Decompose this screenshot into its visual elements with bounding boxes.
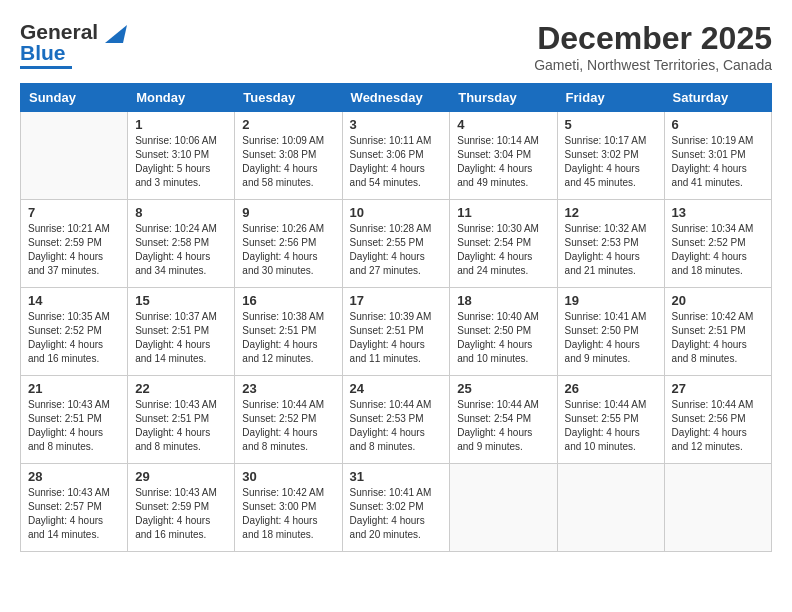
location-subtitle: Gameti, Northwest Territories, Canada: [534, 57, 772, 73]
day-number: 10: [350, 205, 443, 220]
weekday-header-sunday: Sunday: [21, 84, 128, 112]
day-number: 4: [457, 117, 549, 132]
weekday-header-tuesday: Tuesday: [235, 84, 342, 112]
day-number: 14: [28, 293, 120, 308]
cell-daylight-info: Sunrise: 10:28 AM Sunset: 2:55 PM Daylig…: [350, 222, 443, 278]
cell-daylight-info: Sunrise: 10:44 AM Sunset: 2:56 PM Daylig…: [672, 398, 764, 454]
cell-daylight-info: Sunrise: 10:06 AM Sunset: 3:10 PM Daylig…: [135, 134, 227, 190]
day-number: 30: [242, 469, 334, 484]
day-number: 26: [565, 381, 657, 396]
cell-daylight-info: Sunrise: 10:37 AM Sunset: 2:51 PM Daylig…: [135, 310, 227, 366]
calendar-cell: 4Sunrise: 10:14 AM Sunset: 3:04 PM Dayli…: [450, 112, 557, 200]
day-number: 21: [28, 381, 120, 396]
month-title: December 2025: [534, 20, 772, 57]
cell-daylight-info: Sunrise: 10:41 AM Sunset: 3:02 PM Daylig…: [350, 486, 443, 542]
calendar-week-1: 1Sunrise: 10:06 AM Sunset: 3:10 PM Dayli…: [21, 112, 772, 200]
cell-daylight-info: Sunrise: 10:43 AM Sunset: 2:57 PM Daylig…: [28, 486, 120, 542]
day-number: 22: [135, 381, 227, 396]
cell-daylight-info: Sunrise: 10:21 AM Sunset: 2:59 PM Daylig…: [28, 222, 120, 278]
calendar-cell: [557, 464, 664, 552]
cell-daylight-info: Sunrise: 10:32 AM Sunset: 2:53 PM Daylig…: [565, 222, 657, 278]
day-number: 23: [242, 381, 334, 396]
calendar-cell: 6Sunrise: 10:19 AM Sunset: 3:01 PM Dayli…: [664, 112, 771, 200]
calendar-cell: 19Sunrise: 10:41 AM Sunset: 2:50 PM Dayl…: [557, 288, 664, 376]
cell-daylight-info: Sunrise: 10:38 AM Sunset: 2:51 PM Daylig…: [242, 310, 334, 366]
day-number: 8: [135, 205, 227, 220]
cell-daylight-info: Sunrise: 10:44 AM Sunset: 2:52 PM Daylig…: [242, 398, 334, 454]
calendar-cell: 13Sunrise: 10:34 AM Sunset: 2:52 PM Dayl…: [664, 200, 771, 288]
calendar-cell: 16Sunrise: 10:38 AM Sunset: 2:51 PM Dayl…: [235, 288, 342, 376]
logo-bird-icon: [105, 25, 127, 45]
calendar-cell: 21Sunrise: 10:43 AM Sunset: 2:51 PM Dayl…: [21, 376, 128, 464]
calendar-cell: 30Sunrise: 10:42 AM Sunset: 3:00 PM Dayl…: [235, 464, 342, 552]
cell-daylight-info: Sunrise: 10:19 AM Sunset: 3:01 PM Daylig…: [672, 134, 764, 190]
cell-daylight-info: Sunrise: 10:44 AM Sunset: 2:53 PM Daylig…: [350, 398, 443, 454]
day-number: 28: [28, 469, 120, 484]
title-section: December 2025 Gameti, Northwest Territor…: [534, 20, 772, 73]
day-number: 25: [457, 381, 549, 396]
calendar-cell: 31Sunrise: 10:41 AM Sunset: 3:02 PM Dayl…: [342, 464, 450, 552]
cell-daylight-info: Sunrise: 10:43 AM Sunset: 2:51 PM Daylig…: [135, 398, 227, 454]
day-number: 6: [672, 117, 764, 132]
cell-daylight-info: Sunrise: 10:26 AM Sunset: 2:56 PM Daylig…: [242, 222, 334, 278]
day-number: 3: [350, 117, 443, 132]
calendar-cell: 23Sunrise: 10:44 AM Sunset: 2:52 PM Dayl…: [235, 376, 342, 464]
cell-daylight-info: Sunrise: 10:42 AM Sunset: 3:00 PM Daylig…: [242, 486, 334, 542]
logo-icon: General: [20, 20, 127, 45]
cell-daylight-info: Sunrise: 10:14 AM Sunset: 3:04 PM Daylig…: [457, 134, 549, 190]
calendar-cell: [21, 112, 128, 200]
cell-daylight-info: Sunrise: 10:30 AM Sunset: 2:54 PM Daylig…: [457, 222, 549, 278]
cell-daylight-info: Sunrise: 10:42 AM Sunset: 2:51 PM Daylig…: [672, 310, 764, 366]
logo: General Blue: [20, 20, 127, 69]
calendar-cell: 10Sunrise: 10:28 AM Sunset: 2:55 PM Dayl…: [342, 200, 450, 288]
weekday-header-monday: Monday: [128, 84, 235, 112]
weekday-header-thursday: Thursday: [450, 84, 557, 112]
page-header: General Blue December 2025 Gameti, North…: [20, 20, 772, 73]
day-number: 11: [457, 205, 549, 220]
calendar-table: SundayMondayTuesdayWednesdayThursdayFrid…: [20, 83, 772, 552]
cell-daylight-info: Sunrise: 10:09 AM Sunset: 3:08 PM Daylig…: [242, 134, 334, 190]
weekday-header-saturday: Saturday: [664, 84, 771, 112]
calendar-cell: 14Sunrise: 10:35 AM Sunset: 2:52 PM Dayl…: [21, 288, 128, 376]
cell-daylight-info: Sunrise: 10:24 AM Sunset: 2:58 PM Daylig…: [135, 222, 227, 278]
calendar-cell: 27Sunrise: 10:44 AM Sunset: 2:56 PM Dayl…: [664, 376, 771, 464]
calendar-week-2: 7Sunrise: 10:21 AM Sunset: 2:59 PM Dayli…: [21, 200, 772, 288]
svg-marker-0: [105, 25, 127, 43]
logo-underline: [20, 66, 72, 69]
cell-daylight-info: Sunrise: 10:34 AM Sunset: 2:52 PM Daylig…: [672, 222, 764, 278]
calendar-cell: 12Sunrise: 10:32 AM Sunset: 2:53 PM Dayl…: [557, 200, 664, 288]
day-number: 9: [242, 205, 334, 220]
calendar-cell: 20Sunrise: 10:42 AM Sunset: 2:51 PM Dayl…: [664, 288, 771, 376]
weekday-header-wednesday: Wednesday: [342, 84, 450, 112]
calendar-cell: [450, 464, 557, 552]
day-number: 17: [350, 293, 443, 308]
day-number: 19: [565, 293, 657, 308]
calendar-week-5: 28Sunrise: 10:43 AM Sunset: 2:57 PM Dayl…: [21, 464, 772, 552]
calendar-cell: 22Sunrise: 10:43 AM Sunset: 2:51 PM Dayl…: [128, 376, 235, 464]
calendar-week-4: 21Sunrise: 10:43 AM Sunset: 2:51 PM Dayl…: [21, 376, 772, 464]
cell-daylight-info: Sunrise: 10:44 AM Sunset: 2:55 PM Daylig…: [565, 398, 657, 454]
logo-general: General: [20, 20, 98, 43]
day-number: 27: [672, 381, 764, 396]
calendar-cell: 29Sunrise: 10:43 AM Sunset: 2:59 PM Dayl…: [128, 464, 235, 552]
calendar-cell: 2Sunrise: 10:09 AM Sunset: 3:08 PM Dayli…: [235, 112, 342, 200]
calendar-cell: 8Sunrise: 10:24 AM Sunset: 2:58 PM Dayli…: [128, 200, 235, 288]
day-number: 7: [28, 205, 120, 220]
day-number: 29: [135, 469, 227, 484]
day-number: 5: [565, 117, 657, 132]
calendar-cell: [664, 464, 771, 552]
cell-daylight-info: Sunrise: 10:11 AM Sunset: 3:06 PM Daylig…: [350, 134, 443, 190]
cell-daylight-info: Sunrise: 10:40 AM Sunset: 2:50 PM Daylig…: [457, 310, 549, 366]
cell-daylight-info: Sunrise: 10:35 AM Sunset: 2:52 PM Daylig…: [28, 310, 120, 366]
cell-daylight-info: Sunrise: 10:44 AM Sunset: 2:54 PM Daylig…: [457, 398, 549, 454]
calendar-header-row: SundayMondayTuesdayWednesdayThursdayFrid…: [21, 84, 772, 112]
calendar-cell: 15Sunrise: 10:37 AM Sunset: 2:51 PM Dayl…: [128, 288, 235, 376]
day-number: 24: [350, 381, 443, 396]
cell-daylight-info: Sunrise: 10:39 AM Sunset: 2:51 PM Daylig…: [350, 310, 443, 366]
calendar-cell: 1Sunrise: 10:06 AM Sunset: 3:10 PM Dayli…: [128, 112, 235, 200]
cell-daylight-info: Sunrise: 10:41 AM Sunset: 2:50 PM Daylig…: [565, 310, 657, 366]
calendar-cell: 7Sunrise: 10:21 AM Sunset: 2:59 PM Dayli…: [21, 200, 128, 288]
day-number: 20: [672, 293, 764, 308]
cell-daylight-info: Sunrise: 10:43 AM Sunset: 2:51 PM Daylig…: [28, 398, 120, 454]
cell-daylight-info: Sunrise: 10:43 AM Sunset: 2:59 PM Daylig…: [135, 486, 227, 542]
